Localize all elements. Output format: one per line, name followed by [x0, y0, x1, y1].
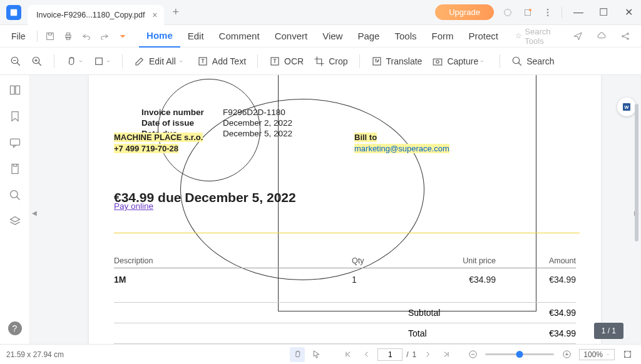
prev-page-icon[interactable]: [359, 347, 374, 362]
help-icon[interactable]: ?: [8, 321, 22, 335]
tab-title: Invoice-F9296...1180_Copy.pdf: [36, 11, 145, 19]
capture-button[interactable]: Capture: [427, 52, 493, 71]
new-tab-button[interactable]: +: [173, 6, 180, 19]
svg-rect-8: [48, 33, 51, 34]
crop-button[interactable]: Crop: [309, 52, 352, 71]
zoom-in-icon[interactable]: [559, 347, 574, 362]
toolbar: Edit All Add Text OCR Crop Translate Cap…: [0, 48, 641, 75]
page-input[interactable]: [377, 348, 403, 361]
bill-to-label: Bill to: [354, 133, 377, 142]
svg-text:W: W: [625, 104, 629, 110]
total-label: Total: [408, 328, 496, 338]
print-icon[interactable]: [61, 28, 75, 44]
select-mode-icon[interactable]: [309, 347, 324, 362]
col-unit-price: Unit price: [408, 256, 496, 265]
svg-rect-27: [12, 164, 18, 174]
more-icon[interactable]: [541, 6, 554, 19]
shape-tool-button[interactable]: [88, 52, 116, 71]
zoom-out-icon[interactable]: [465, 347, 480, 362]
issue-date: December 2, 2022: [223, 118, 292, 128]
menubar: File Home Edit Comment Convert View Page…: [0, 25, 641, 48]
first-page-icon[interactable]: [340, 347, 355, 362]
yellow-line-annotation[interactable]: [114, 233, 580, 233]
ocr-button[interactable]: OCR: [264, 52, 309, 71]
tab-view[interactable]: View: [315, 25, 350, 48]
document-tab[interactable]: Invoice-F9296...1180_Copy.pdf ×: [28, 5, 164, 25]
search-panel-icon[interactable]: [9, 189, 21, 201]
invoice-number-label: Invoice number: [141, 108, 223, 117]
svg-point-14: [627, 38, 629, 39]
zoom-slider[interactable]: [485, 353, 554, 355]
page-indicator-badge: 1 / 1: [594, 323, 623, 339]
cloud-icon[interactable]: [593, 28, 610, 44]
tab-tools[interactable]: Tools: [387, 25, 424, 48]
prev-page-chevron[interactable]: ◀: [30, 200, 39, 225]
pay-online-link[interactable]: Pay online: [114, 201, 153, 211]
tab-convert[interactable]: Convert: [267, 25, 315, 48]
svg-point-4: [547, 9, 548, 10]
translate-button[interactable]: Translate: [366, 52, 428, 71]
canvas[interactable]: ◀ ▶ Invoice numberF9296D2D-1180 Date of …: [30, 75, 641, 344]
svg-rect-24: [10, 86, 14, 94]
statusbar: 21.59 x 27.94 cm / 1 100%: [0, 344, 641, 364]
send-icon[interactable]: [570, 28, 586, 44]
upgrade-button[interactable]: Upgrade: [435, 4, 494, 20]
svg-rect-11: [66, 37, 69, 39]
svg-point-22: [436, 60, 439, 63]
attachment-icon[interactable]: [9, 163, 21, 175]
zoom-level[interactable]: 100%: [579, 349, 615, 360]
zoom-in-button[interactable]: [26, 52, 48, 71]
next-page-icon[interactable]: [420, 347, 435, 362]
share-icon[interactable]: [617, 28, 633, 44]
dropdown-icon[interactable]: [115, 28, 130, 44]
search-tools[interactable]: Search Tools: [515, 27, 566, 46]
svg-rect-26: [10, 139, 19, 145]
svg-rect-17: [96, 58, 103, 64]
layers-icon[interactable]: [9, 215, 21, 228]
tab-comment[interactable]: Comment: [212, 25, 267, 48]
save-icon[interactable]: [43, 28, 57, 44]
file-menu[interactable]: File: [4, 31, 33, 41]
bookmark-icon[interactable]: [9, 110, 21, 123]
last-page-icon[interactable]: [439, 347, 454, 362]
total-value: €34.99: [496, 328, 576, 338]
titlebar: Invoice-F9296...1180_Copy.pdf × + Upgrad…: [0, 0, 641, 25]
tab-home[interactable]: Home: [139, 25, 180, 48]
tab-edit[interactable]: Edit: [180, 25, 212, 48]
thumbnails-icon[interactable]: [9, 84, 21, 96]
svg-rect-7: [47, 33, 54, 39]
settings-icon[interactable]: [501, 6, 514, 19]
hand-tool-button[interactable]: [61, 52, 88, 71]
zoom-out-button[interactable]: [5, 52, 26, 71]
document-page: Invoice numberF9296D2D-1180 Date of issu…: [89, 75, 601, 344]
col-qty: Qty: [352, 256, 408, 265]
svg-point-12: [622, 35, 624, 37]
word-export-icon[interactable]: W: [617, 98, 636, 116]
search-button[interactable]: Search: [506, 52, 559, 71]
minimize-button[interactable]: —: [566, 0, 591, 25]
undo-icon[interactable]: [79, 28, 93, 44]
due-date: December 5, 2022: [223, 129, 292, 138]
tab-protect[interactable]: Protect: [461, 25, 506, 48]
close-tab-icon[interactable]: ×: [152, 10, 157, 20]
subtotal-label: Subtotal: [408, 308, 496, 318]
add-text-button[interactable]: Add Text: [192, 52, 251, 71]
tab-form[interactable]: Form: [424, 25, 461, 48]
edit-all-button[interactable]: Edit All: [129, 52, 192, 71]
tab-page[interactable]: Page: [350, 25, 387, 48]
close-window-button[interactable]: ✕: [616, 0, 641, 25]
svg-point-1: [505, 9, 511, 16]
svg-point-13: [627, 33, 629, 34]
notification-icon[interactable]: [521, 6, 534, 19]
redo-icon[interactable]: [97, 28, 111, 44]
maximize-button[interactable]: ☐: [591, 0, 616, 25]
hand-mode-icon[interactable]: [290, 347, 305, 362]
page-total: 1: [413, 350, 417, 359]
fit-page-icon[interactable]: [620, 347, 635, 362]
comment-icon[interactable]: [9, 136, 21, 149]
company-phone: +7 499 719-70-28: [114, 144, 178, 153]
svg-rect-10: [66, 33, 69, 34]
issue-date-label: Date of issue: [141, 118, 223, 128]
scrollbar[interactable]: [635, 104, 638, 241]
svg-point-28: [10, 191, 18, 198]
